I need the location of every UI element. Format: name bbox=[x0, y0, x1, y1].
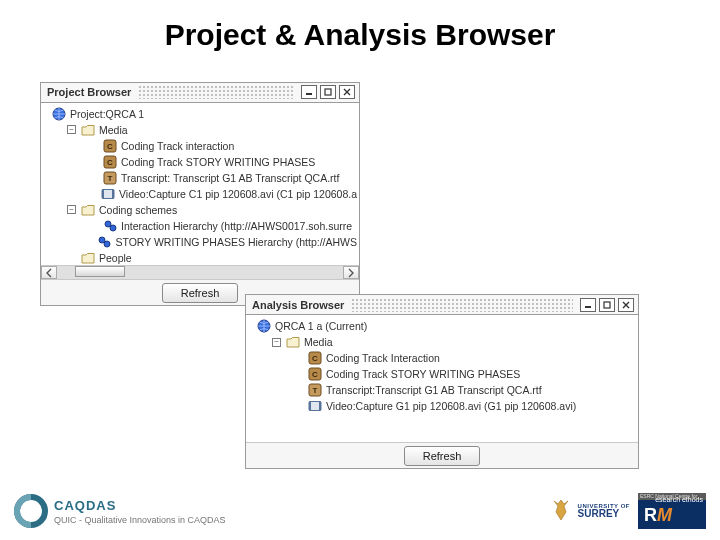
close-button[interactable] bbox=[618, 298, 634, 312]
scroll-track[interactable] bbox=[57, 266, 343, 279]
tree-item[interactable]: Coding Track interaction bbox=[43, 138, 357, 154]
minimize-button[interactable] bbox=[580, 298, 596, 312]
video-icon bbox=[100, 187, 115, 201]
item-label: Coding Track interaction bbox=[119, 140, 234, 152]
folder-icon bbox=[80, 251, 95, 265]
project-tree[interactable]: Project:QRCA 1 − Media Coding Track inte… bbox=[41, 103, 359, 265]
tree-root[interactable]: Project:QRCA 1 bbox=[43, 106, 357, 122]
ncrm-logo: ESRC National Centre for RM esearch etho… bbox=[638, 493, 706, 529]
close-button[interactable] bbox=[339, 85, 355, 99]
scroll-thumb[interactable] bbox=[75, 266, 125, 277]
analysis-browser-panel: Analysis Browser QRCA 1 a (Current) − Me… bbox=[245, 294, 639, 469]
project-titlebar[interactable]: Project Browser bbox=[41, 83, 359, 103]
tree-item[interactable]: Coding Track STORY WRITING PHASES bbox=[43, 154, 357, 170]
scroll-right-button[interactable] bbox=[343, 266, 359, 279]
coding-label: Coding schemes bbox=[97, 204, 177, 216]
item-label: STORY WRITING PHASES Hierarchy (http://A… bbox=[113, 236, 357, 248]
coding-track-icon bbox=[307, 351, 322, 365]
item-label: Video:Capture G1 pip 120608.avi (G1 pip … bbox=[324, 400, 576, 412]
tree-media[interactable]: − Media bbox=[43, 122, 357, 138]
people-label: People bbox=[97, 252, 132, 264]
tree-media[interactable]: − Media bbox=[248, 334, 636, 350]
h-scrollbar[interactable] bbox=[41, 265, 359, 280]
refresh-button[interactable]: Refresh bbox=[404, 446, 481, 466]
drag-handle[interactable] bbox=[138, 85, 294, 99]
media-label: Media bbox=[97, 124, 128, 136]
tree-item[interactable]: Video:Capture G1 pip 120608.avi (G1 pip … bbox=[248, 398, 636, 414]
transcript-icon bbox=[102, 171, 117, 185]
tree-item[interactable]: Transcript:Transcript G1 AB Transcript Q… bbox=[248, 382, 636, 398]
minimize-button[interactable] bbox=[301, 85, 317, 99]
scroll-left-button[interactable] bbox=[41, 266, 57, 279]
root-label: Project:QRCA 1 bbox=[68, 108, 144, 120]
ncrm-side: esearch ethods bbox=[655, 496, 703, 504]
item-label: Transcript:Transcript G1 AB Transcript Q… bbox=[324, 384, 542, 396]
folder-icon bbox=[285, 335, 300, 349]
analysis-button-row: Refresh bbox=[246, 442, 638, 468]
footer: CAQDAS QUIC - Qualitative Innovations in… bbox=[0, 488, 720, 540]
analysis-titlebar[interactable]: Analysis Browser bbox=[246, 295, 638, 315]
drag-handle[interactable] bbox=[351, 298, 573, 312]
expand-toggle[interactable]: − bbox=[272, 338, 281, 347]
tree-root[interactable]: QRCA 1 a (Current) bbox=[248, 318, 636, 334]
quic-text: QUIC - Qualitative Innovations in CAQDAS bbox=[54, 515, 226, 525]
transcript-icon bbox=[307, 383, 322, 397]
tree-people[interactable]: People bbox=[43, 250, 357, 265]
root-label: QRCA 1 a (Current) bbox=[273, 320, 367, 332]
tree-item[interactable]: Coding Track Interaction bbox=[248, 350, 636, 366]
maximize-button[interactable] bbox=[320, 85, 336, 99]
tree-coding[interactable]: − Coding schemes bbox=[43, 202, 357, 218]
ncrm-rm: RM bbox=[644, 505, 672, 526]
item-label: Coding Track STORY WRITING PHASES bbox=[324, 368, 520, 380]
coding-track-icon bbox=[102, 139, 117, 153]
globe-icon bbox=[51, 107, 66, 121]
folder-icon bbox=[80, 203, 95, 217]
surrey-logo: UNIVERSITY OF SURREY bbox=[548, 498, 630, 524]
tree-item[interactable]: Coding Track STORY WRITING PHASES bbox=[248, 366, 636, 382]
folder-icon bbox=[80, 123, 95, 137]
tree-item[interactable]: Interaction Hierarchy (http://AHWS0017.s… bbox=[43, 218, 357, 234]
item-label: Transcript: Transcript G1 AB Transcript … bbox=[119, 172, 339, 184]
hierarchy-icon bbox=[96, 235, 111, 249]
tree-item[interactable]: Video:Capture C1 pip 120608.avi (C1 pip … bbox=[43, 186, 357, 202]
item-label: Coding Track STORY WRITING PHASES bbox=[119, 156, 315, 168]
project-browser-panel: Project Browser Project:QRCA 1 − Media C… bbox=[40, 82, 360, 306]
maximize-button[interactable] bbox=[599, 298, 615, 312]
tree-item[interactable]: Transcript: Transcript G1 AB Transcript … bbox=[43, 170, 357, 186]
analysis-title: Analysis Browser bbox=[252, 299, 344, 311]
item-label: Interaction Hierarchy (http://AHWS0017.s… bbox=[119, 220, 352, 232]
item-label: Coding Track Interaction bbox=[324, 352, 440, 364]
coding-track-icon bbox=[307, 367, 322, 381]
video-icon bbox=[307, 399, 322, 413]
project-title: Project Browser bbox=[47, 86, 131, 98]
surrey-text: SURREY bbox=[578, 509, 630, 519]
media-label: Media bbox=[302, 336, 333, 348]
refresh-button[interactable]: Refresh bbox=[162, 283, 239, 303]
slide-title: Project & Analysis Browser bbox=[0, 0, 720, 60]
hierarchy-icon bbox=[102, 219, 117, 233]
expand-toggle[interactable]: − bbox=[67, 125, 76, 134]
caqdas-logo: CAQDAS QUIC - Qualitative Innovations in… bbox=[14, 494, 226, 528]
analysis-tree[interactable]: QRCA 1 a (Current) − Media Coding Track … bbox=[246, 315, 638, 442]
expand-toggle[interactable]: − bbox=[67, 205, 76, 214]
tree-item[interactable]: STORY WRITING PHASES Hierarchy (http://A… bbox=[43, 234, 357, 250]
coding-track-icon bbox=[102, 155, 117, 169]
item-label: Video:Capture C1 pip 120608.avi (C1 pip … bbox=[117, 188, 357, 200]
globe-icon bbox=[256, 319, 271, 333]
caqdas-text: CAQDAS bbox=[54, 498, 226, 513]
